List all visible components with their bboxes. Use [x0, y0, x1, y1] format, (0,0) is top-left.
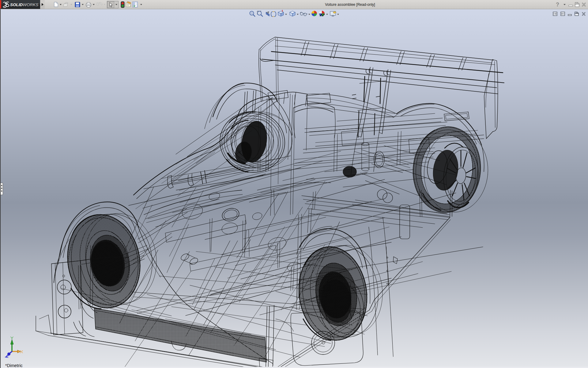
svg-text:SOLIDWORKS: SOLIDWORKS: [10, 2, 38, 7]
svg-text:?: ?: [556, 2, 559, 8]
